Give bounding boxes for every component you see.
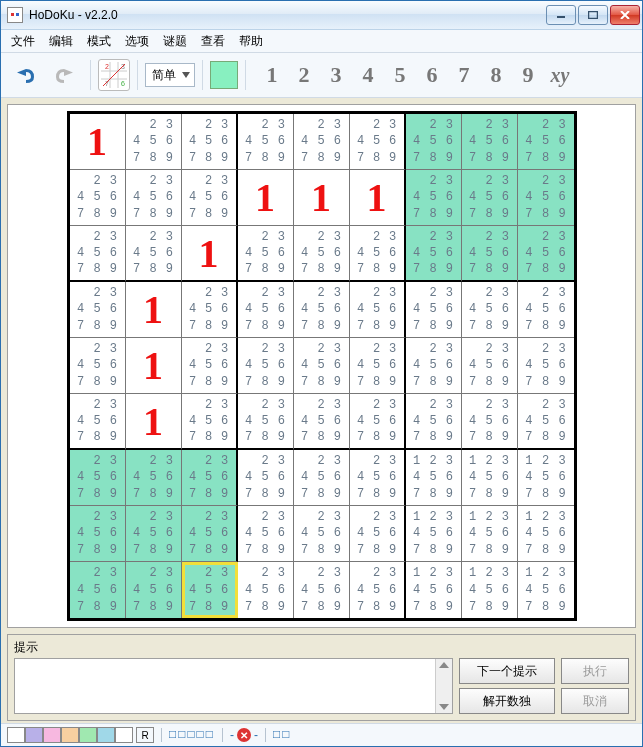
- status-r-box[interactable]: R: [136, 727, 154, 743]
- scrollbar[interactable]: [435, 659, 452, 713]
- cell-r1c6[interactable]: 23456789: [350, 114, 406, 170]
- maximize-button[interactable]: [578, 5, 608, 25]
- cell-r6c4[interactable]: 23456789: [238, 394, 294, 450]
- menu-help[interactable]: 帮助: [233, 31, 269, 52]
- cell-r8c7[interactable]: 123456789: [406, 506, 462, 562]
- cell-r3c2[interactable]: 23456789: [126, 226, 182, 282]
- cell-r1c4[interactable]: 23456789: [238, 114, 294, 170]
- cell-r7c2[interactable]: 23456789: [126, 450, 182, 506]
- cell-r9c3[interactable]: 23456789: [182, 562, 238, 618]
- cell-r7c8[interactable]: 123456789: [462, 450, 518, 506]
- cell-r9c2[interactable]: 23456789: [126, 562, 182, 618]
- cell-r7c7[interactable]: 123456789: [406, 450, 462, 506]
- cell-r6c5[interactable]: 23456789: [294, 394, 350, 450]
- cell-r7c3[interactable]: 23456789: [182, 450, 238, 506]
- cell-r2c1[interactable]: 23456789: [70, 170, 126, 226]
- solve-button[interactable]: 解开数独: [459, 688, 555, 714]
- num-1[interactable]: 1: [257, 59, 287, 91]
- hint-textarea[interactable]: [14, 658, 453, 714]
- cell-r5c7[interactable]: 23456789: [406, 338, 462, 394]
- cell-r9c7[interactable]: 123456789: [406, 562, 462, 618]
- cell-r3c3[interactable]: 1: [182, 226, 238, 282]
- sudoku-grid[interactable]: 1234567892345678923456789234567892345678…: [67, 111, 577, 621]
- cell-r2c6[interactable]: 1: [350, 170, 406, 226]
- cell-r4c9[interactable]: 23456789: [518, 282, 574, 338]
- cell-r5c2[interactable]: 1: [126, 338, 182, 394]
- cell-r1c7[interactable]: 23456789: [406, 114, 462, 170]
- cell-r7c4[interactable]: 23456789: [238, 450, 294, 506]
- num-6[interactable]: 6: [417, 59, 447, 91]
- cell-r3c8[interactable]: 23456789: [462, 226, 518, 282]
- close-button[interactable]: [610, 5, 640, 25]
- cell-r3c1[interactable]: 23456789: [70, 226, 126, 282]
- cell-r1c2[interactable]: 23456789: [126, 114, 182, 170]
- cell-r9c5[interactable]: 23456789: [294, 562, 350, 618]
- cell-r3c5[interactable]: 23456789: [294, 226, 350, 282]
- cell-r7c1[interactable]: 23456789: [70, 450, 126, 506]
- cell-r9c9[interactable]: 123456789: [518, 562, 574, 618]
- cell-r9c1[interactable]: 23456789: [70, 562, 126, 618]
- palette-swatch[interactable]: [79, 727, 97, 743]
- cell-r7c9[interactable]: 123456789: [518, 450, 574, 506]
- cell-r5c8[interactable]: 23456789: [462, 338, 518, 394]
- palette-swatch[interactable]: [25, 727, 43, 743]
- cell-r2c3[interactable]: 23456789: [182, 170, 238, 226]
- cell-r3c7[interactable]: 23456789: [406, 226, 462, 282]
- palette-swatch[interactable]: [7, 727, 25, 743]
- minimize-button[interactable]: [546, 5, 576, 25]
- cell-r5c9[interactable]: 23456789: [518, 338, 574, 394]
- palette-swatch[interactable]: [97, 727, 115, 743]
- num-2[interactable]: 2: [289, 59, 319, 91]
- cell-r4c3[interactable]: 23456789: [182, 282, 238, 338]
- cell-r6c8[interactable]: 23456789: [462, 394, 518, 450]
- cell-r3c6[interactable]: 23456789: [350, 226, 406, 282]
- cell-r8c2[interactable]: 23456789: [126, 506, 182, 562]
- redo-button[interactable]: [47, 57, 83, 93]
- cell-r9c8[interactable]: 123456789: [462, 562, 518, 618]
- cell-r5c4[interactable]: 23456789: [238, 338, 294, 394]
- cell-r7c5[interactable]: 23456789: [294, 450, 350, 506]
- cell-r9c6[interactable]: 23456789: [350, 562, 406, 618]
- cell-r2c9[interactable]: 23456789: [518, 170, 574, 226]
- cell-r4c6[interactable]: 23456789: [350, 282, 406, 338]
- cell-r8c9[interactable]: 123456789: [518, 506, 574, 562]
- cell-r4c2[interactable]: 1: [126, 282, 182, 338]
- cell-r5c5[interactable]: 23456789: [294, 338, 350, 394]
- num-7[interactable]: 7: [449, 59, 479, 91]
- cell-r2c7[interactable]: 23456789: [406, 170, 462, 226]
- cell-r1c9[interactable]: 23456789: [518, 114, 574, 170]
- execute-button[interactable]: 执行: [561, 658, 629, 684]
- num-5[interactable]: 5: [385, 59, 415, 91]
- menu-puzzle[interactable]: 谜题: [157, 31, 193, 52]
- menu-view[interactable]: 查看: [195, 31, 231, 52]
- menu-options[interactable]: 选项: [119, 31, 155, 52]
- menu-file[interactable]: 文件: [5, 31, 41, 52]
- candidates-toggle-button[interactable]: 23 76: [98, 59, 130, 91]
- cell-r3c9[interactable]: 23456789: [518, 226, 574, 282]
- cell-r5c6[interactable]: 23456789: [350, 338, 406, 394]
- cell-r5c1[interactable]: 23456789: [70, 338, 126, 394]
- highlight-color-swatch[interactable]: [210, 61, 238, 89]
- cell-r2c4[interactable]: 1: [238, 170, 294, 226]
- palette-swatch[interactable]: [115, 727, 133, 743]
- difficulty-select[interactable]: 简单: [145, 63, 195, 87]
- cell-r1c5[interactable]: 23456789: [294, 114, 350, 170]
- num-8[interactable]: 8: [481, 59, 511, 91]
- cell-r8c4[interactable]: 23456789: [238, 506, 294, 562]
- cell-r2c2[interactable]: 23456789: [126, 170, 182, 226]
- cell-r8c3[interactable]: 23456789: [182, 506, 238, 562]
- num-3[interactable]: 3: [321, 59, 351, 91]
- num-4[interactable]: 4: [353, 59, 383, 91]
- cell-r4c5[interactable]: 23456789: [294, 282, 350, 338]
- num-9[interactable]: 9: [513, 59, 543, 91]
- cell-r6c2[interactable]: 1: [126, 394, 182, 450]
- cell-r7c6[interactable]: 23456789: [350, 450, 406, 506]
- menu-edit[interactable]: 编辑: [43, 31, 79, 52]
- cell-r2c5[interactable]: 1: [294, 170, 350, 226]
- cell-r6c6[interactable]: 23456789: [350, 394, 406, 450]
- palette-swatch[interactable]: [61, 727, 79, 743]
- cell-r1c1[interactable]: 1: [70, 114, 126, 170]
- cell-r8c6[interactable]: 23456789: [350, 506, 406, 562]
- cell-r4c7[interactable]: 23456789: [406, 282, 462, 338]
- undo-button[interactable]: [7, 57, 43, 93]
